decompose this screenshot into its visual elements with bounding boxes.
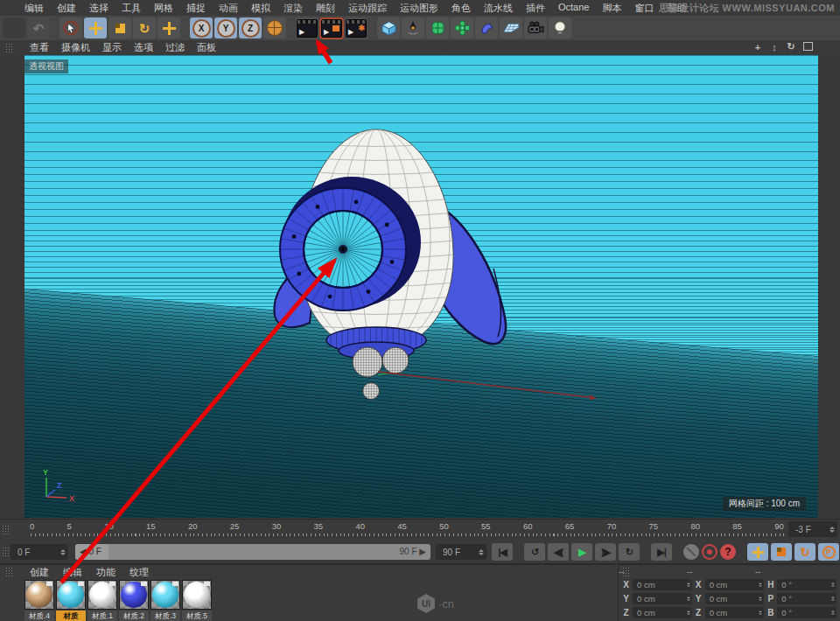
viewport-3d[interactable]: Y X Z 透视视图 网格间距 : 100 cm (24, 55, 818, 518)
menu-item[interactable]: 渲染 (284, 2, 303, 15)
deformer-button[interactable] (475, 17, 498, 38)
rotation-value-field[interactable]: 0 ° (777, 593, 836, 604)
material-name-label[interactable]: 材质.3 (150, 611, 180, 621)
viewport-menu-item[interactable]: 摄像机 (61, 41, 90, 54)
material-name-label[interactable]: 材质.4 (24, 611, 54, 621)
light-button[interactable] (549, 17, 571, 38)
rotation-value-field[interactable]: 0 ° (777, 579, 836, 590)
record-parameter-button[interactable]: P (818, 543, 839, 561)
menu-item[interactable]: 插件 (526, 2, 545, 15)
material-item[interactable]: 材质.5 (182, 580, 212, 621)
spinner-icon[interactable] (687, 583, 690, 587)
menu-item[interactable]: Octane (558, 2, 589, 15)
autokey-question-button[interactable]: ? (720, 544, 736, 560)
material-name-label[interactable]: 材质 (56, 611, 86, 621)
lock-z-axis-button[interactable]: Z (239, 17, 262, 38)
timeline-ruler[interactable]: 051015202530354045505560657075808590 (30, 521, 784, 539)
lock-x-axis-button[interactable]: X (190, 17, 213, 38)
spinner-icon[interactable] (759, 597, 762, 601)
material-menu-item[interactable]: 功能 (96, 566, 116, 579)
material-item[interactable]: 材质.3 (150, 580, 180, 621)
slider-current-handle[interactable]: ◀ 0 F (75, 544, 108, 560)
viewport-menu-item[interactable]: 面板 (197, 41, 216, 54)
goto-end-button[interactable]: ▶| (651, 543, 672, 561)
cube-primitive-button[interactable] (377, 17, 400, 38)
spinner-icon[interactable] (831, 583, 835, 587)
render-view-button[interactable]: ▶ (296, 17, 318, 38)
menu-item[interactable]: 窗口 (634, 2, 654, 15)
transport-drag-handle-icon[interactable] (2, 547, 10, 557)
pan-view-icon[interactable]: + (752, 42, 764, 52)
menu-item[interactable]: 网格 (154, 2, 173, 15)
material-menu-item[interactable]: 编辑 (63, 566, 82, 579)
spinner-icon[interactable] (759, 583, 762, 587)
menu-item[interactable]: 运动图形 (400, 2, 438, 15)
rotation-value-field[interactable]: 0 ° (777, 607, 836, 618)
size-value-field[interactable]: 0 cm (705, 593, 765, 604)
last-tool-button[interactable] (158, 17, 180, 38)
size-value-field[interactable]: 0 cm (705, 607, 765, 618)
position-value-field[interactable]: 0 cm (633, 579, 692, 590)
material-thumbnail[interactable] (119, 580, 149, 610)
material-item[interactable]: 材质.2 (119, 580, 149, 621)
material-thumbnail[interactable] (56, 580, 86, 610)
position-value-field[interactable]: 0 cm (633, 607, 692, 618)
live-selection-tool-button[interactable] (60, 17, 82, 38)
play-button[interactable]: ▶ (571, 543, 592, 561)
material-drag-handle-icon[interactable] (5, 567, 13, 577)
timeline-frame-slider[interactable]: ◀ 0 F 90 F ▶ (75, 544, 430, 560)
material-menu-item[interactable]: 纹理 (130, 566, 149, 579)
panel-drag-handle-icon[interactable] (5, 43, 13, 53)
menu-item[interactable]: 运动跟踪 (348, 2, 387, 15)
spinner-icon[interactable] (479, 549, 484, 555)
position-value-field[interactable]: 0 cm (633, 593, 692, 604)
cloner-button[interactable] (451, 17, 473, 38)
loop-button[interactable]: ↻ (619, 543, 640, 561)
spline-pen-button[interactable] (402, 17, 424, 38)
lock-y-axis-button[interactable]: Y (214, 17, 237, 38)
spinner-icon[interactable] (830, 527, 835, 533)
menu-item[interactable]: 捕捉 (186, 2, 206, 15)
scale-tool-button[interactable] (108, 17, 131, 38)
menu-item[interactable]: 脚本 (602, 2, 621, 15)
coordinate-system-button[interactable] (263, 17, 286, 38)
material-thumbnail[interactable] (150, 580, 180, 610)
spinner-icon[interactable] (831, 597, 835, 601)
render-settings-button[interactable]: ▶✱ (345, 17, 368, 38)
viewport-menu-item[interactable]: 过滤 (165, 41, 185, 54)
end-frame-field[interactable]: 90 F (436, 544, 486, 560)
material-thumbnail[interactable] (182, 580, 212, 610)
menu-item[interactable]: 编辑 (24, 2, 44, 15)
viewport-menu-item[interactable]: 显示 (102, 41, 122, 54)
record-scale-button[interactable] (771, 543, 792, 561)
rotation-header[interactable]: -- (755, 567, 823, 576)
record-button[interactable] (683, 544, 699, 560)
material-item[interactable]: 材质.4 (24, 580, 54, 621)
zoom-view-icon[interactable]: ↕ (768, 42, 780, 52)
current-frame-field[interactable]: 0 F (10, 544, 68, 560)
goto-start-button[interactable]: |◀ (492, 543, 513, 561)
menu-item[interactable]: 模拟 (251, 2, 270, 15)
menu-item[interactable]: 工具 (122, 2, 141, 15)
timeline-drag-handle-icon[interactable] (2, 525, 10, 535)
menu-item[interactable]: 动画 (219, 2, 238, 15)
spinner-icon[interactable] (687, 611, 690, 615)
viewport-menu-item[interactable]: 查看 (30, 41, 49, 54)
timeline-offset-field[interactable]: -3 F (788, 521, 837, 537)
next-key-button[interactable]: )▶ (595, 543, 616, 561)
play-backwards-button[interactable]: ↺ (524, 543, 545, 561)
material-name-label[interactable]: 材质.1 (88, 611, 117, 621)
record-rotation-button[interactable]: ↻ (794, 543, 816, 561)
material-menu-item[interactable]: 创建 (30, 566, 49, 579)
floor-button[interactable] (500, 17, 522, 38)
material-name-label[interactable]: 材质.2 (119, 611, 149, 621)
material-thumbnail[interactable] (24, 580, 54, 610)
render-picture-viewer-button[interactable]: ▶ (320, 17, 343, 38)
material-name-label[interactable]: 材质.5 (182, 611, 212, 621)
move-tool-button[interactable] (84, 17, 107, 38)
menu-item[interactable]: 流水线 (484, 2, 513, 15)
rotate-tool-button[interactable]: ↻ (133, 17, 156, 38)
spinner-icon[interactable] (831, 611, 835, 615)
keyframe-record-icon[interactable] (702, 544, 718, 560)
viewport-menu-item[interactable]: 选项 (134, 41, 153, 54)
